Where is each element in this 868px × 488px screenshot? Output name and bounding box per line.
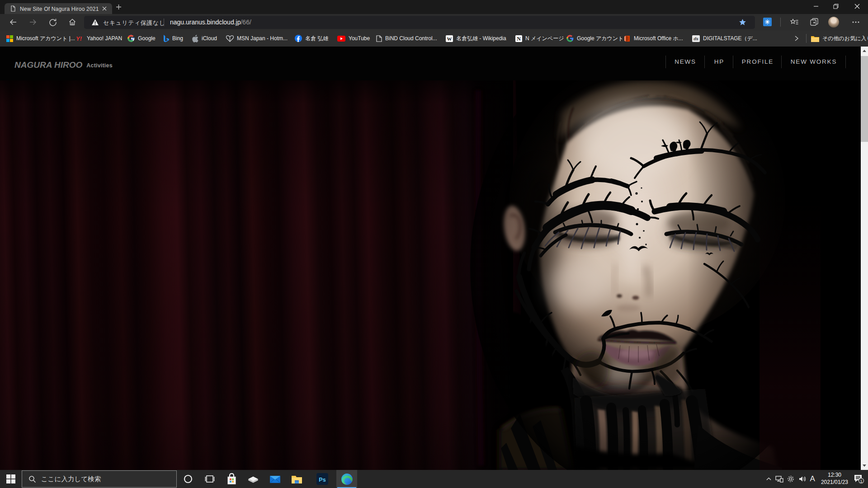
svg-text:Y!: Y!: [76, 35, 82, 42]
svg-text:1: 1: [860, 479, 862, 483]
svg-text:W: W: [447, 36, 452, 41]
svg-text:ds: ds: [693, 37, 698, 41]
svg-text:N: N: [517, 36, 521, 42]
svg-text:Ps: Ps: [319, 477, 326, 483]
